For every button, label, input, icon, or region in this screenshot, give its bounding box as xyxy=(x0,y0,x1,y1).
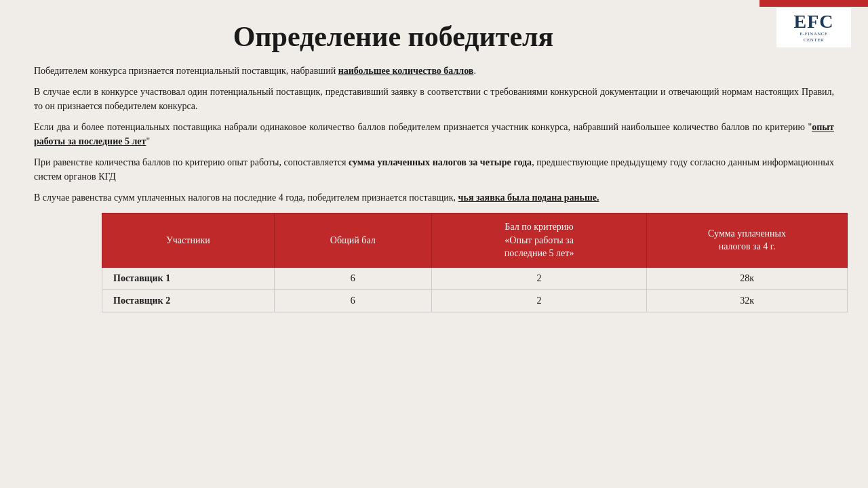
row1-total: 6 xyxy=(274,267,431,289)
p5-start: В случае равенства сумм уплаченных налог… xyxy=(34,192,458,203)
p1-emphasis: наибольшее количество баллов xyxy=(338,66,474,76)
row1-tax: 28к xyxy=(647,267,848,289)
p3-end: " xyxy=(146,136,150,146)
col-header-total: Общий бал xyxy=(274,214,431,268)
data-table: Участники Общий бал Бал по критерию«Опыт… xyxy=(102,213,848,312)
paragraph-5: В случае равенства сумм уплаченных налог… xyxy=(34,190,834,205)
col-header-tax: Сумма уплаченныхналогов за 4 г. xyxy=(647,214,848,268)
row2-participant: Поставщик 2 xyxy=(102,289,275,312)
p5-emphasis: чья заявка была подана раньше. xyxy=(458,192,599,203)
row1-experience: 2 xyxy=(432,267,647,289)
table-wrapper: Участники Общий бал Бал по критерию«Опыт… xyxy=(102,213,834,312)
row2-experience: 2 xyxy=(432,289,647,312)
logo-red-bar xyxy=(760,0,868,7)
page: EFC E-FINANCE CENTER Определение победит… xyxy=(0,0,868,488)
content-area: Победителем конкурса признается потенциа… xyxy=(34,64,834,205)
p1-end: . xyxy=(473,66,476,76)
logo-subtitle-line2: CENTER xyxy=(782,37,846,43)
row2-tax: 32к xyxy=(647,289,848,312)
p4-emphasis: сумма уплаченных налогов за четыре года xyxy=(349,157,532,167)
row2-total: 6 xyxy=(274,289,431,312)
table-row-1: Поставщик 1 6 2 28к xyxy=(102,267,848,289)
paragraph-2: В случае если в конкурсе участвовал один… xyxy=(34,85,834,113)
logo-area: EFC E-FINANCE CENTER xyxy=(760,0,868,47)
p3-start: Если два и более потенциальных поставщик… xyxy=(34,122,812,132)
table-header-row: Участники Общий бал Бал по критерию«Опыт… xyxy=(102,214,848,268)
table-row-2: Поставщик 2 6 2 32к xyxy=(102,289,848,312)
paragraph-4: При равенстве количества баллов по крите… xyxy=(34,155,834,184)
row1-participant: Поставщик 1 xyxy=(102,267,275,289)
logo-subtitle-line1: E-FINANCE xyxy=(782,31,846,37)
page-title: Определение победителя xyxy=(34,20,834,53)
logo-efc: EFC xyxy=(782,12,846,31)
logo-box: EFC E-FINANCE CENTER xyxy=(776,8,851,47)
p1-text: Победителем конкурса признается потенциа… xyxy=(34,66,338,76)
paragraph-1: Победителем конкурса признается потенциа… xyxy=(34,64,834,78)
table-body: Поставщик 1 6 2 28к Поставщик 2 6 2 32к xyxy=(102,267,848,312)
p4-start: При равенстве количества баллов по крите… xyxy=(34,157,349,167)
paragraph-3: Если два и более потенциальных поставщик… xyxy=(34,120,834,148)
col-header-participants: Участники xyxy=(102,214,275,268)
col-header-experience: Бал по критерию«Опыт работы запоследние … xyxy=(432,214,647,268)
